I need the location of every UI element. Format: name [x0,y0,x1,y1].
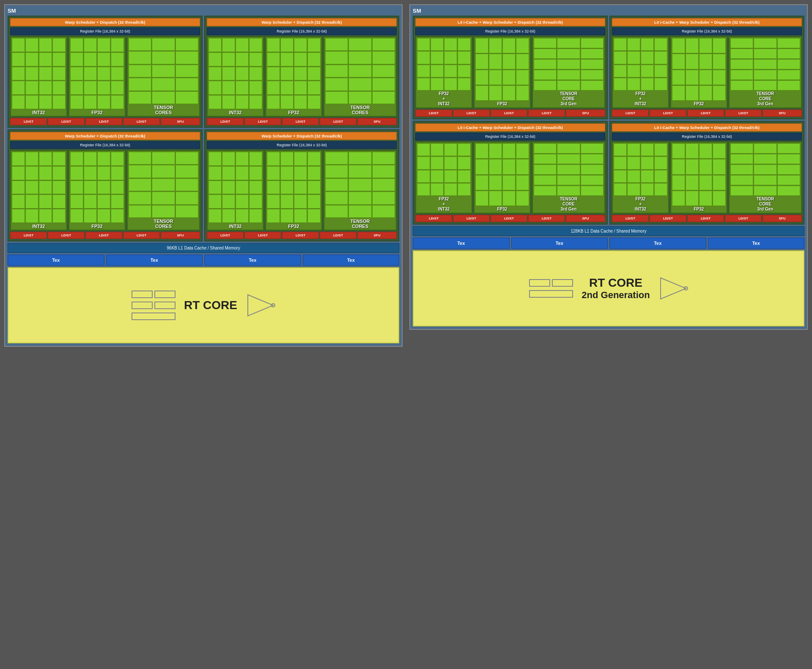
fp32-r-br: FP32 [670,142,727,214]
cu-cell [294,81,307,95]
cu-cell [70,166,83,180]
cu-cell [557,143,580,154]
cu-cell [84,81,97,95]
cu-cell [294,152,307,166]
ldst-btn: LD/ST [207,118,244,125]
cu-cell [348,165,371,178]
cu-cell [699,54,712,69]
cu-cell [686,54,699,69]
cu-cell [111,95,124,109]
cu-cell [458,78,471,90]
cu-cell [129,65,151,77]
cu-cell [280,52,294,66]
int32-label: INT32 [208,224,262,229]
tex-btn-r-4: Tex [708,238,805,249]
fp32-int32-bl: FP32 + INT32 [415,142,472,214]
cu-cell [70,67,83,81]
cu-cell [754,154,776,164]
cu-cell [267,166,280,180]
ldst-btn: LD/ST [320,232,357,239]
cu-cell [267,81,280,95]
cu-cell [249,52,262,66]
right-sub-unit-bl: L0 i-Cache + Warp Scheduler + Dispatch (… [413,121,608,225]
cu-cell [307,52,321,66]
fp32-r-br-label: FP32 [672,207,726,212]
cu-cell [129,165,151,178]
cu-cell [672,85,685,101]
cu-cell [307,209,321,223]
cu-cell [236,38,249,52]
cu-cell [325,38,348,51]
cu-cell [777,49,800,59]
ldst-row-tr: LD/ST LD/ST LD/ST LD/ST SFU [207,118,397,125]
compute-ampere-tr: FP32 + INT32 FP32 [612,36,802,108]
cu-cell [654,143,667,156]
cu-cell [686,38,699,53]
cu-cell [730,143,753,154]
cu-cell [52,95,66,109]
cu-cell [294,67,307,81]
cu-cell [372,152,395,165]
cu-cell [444,143,457,156]
cu-cell [267,67,280,81]
ldst-btn: LD/ST [687,215,724,222]
cu-cell [97,81,110,95]
ldst-btn: LD/ST [48,118,85,125]
tensor-block-tl: TENSOR CORES [127,36,200,117]
rt-boxes-right [529,279,573,298]
cu-cell [294,38,307,52]
ldst-btn: LD/ST [415,215,452,222]
cu-cell [84,67,97,81]
cu-cell [236,195,249,208]
cu-cell [730,38,753,48]
cu-cell [458,156,471,169]
cu-cell [614,65,627,77]
cu-cell [249,95,262,109]
cu-cell [614,183,627,196]
rt-diagram-left [132,291,176,320]
tex-btn-3: Tex [204,255,301,266]
cu-cell [557,49,580,59]
cu-cell [52,81,66,95]
ldst-row-bl: LD/ST LD/ST LD/ST LD/ST SFU [10,232,200,239]
cu-cell [52,195,66,208]
fp32-int32-tr-label: FP32 + INT32 [614,91,667,107]
cu-cell [730,70,753,80]
cu-cell [686,191,699,206]
cu-cell [129,192,151,204]
cu-cell [325,152,348,165]
cu-cell [534,38,557,48]
reg-file-r-br: Register File (16,384 x 32-bit) [612,133,802,140]
right-sub-unit-tr: L0 i-Cache + Warp Scheduler + Dispatch (… [609,16,804,119]
cu-cell [372,38,395,51]
compute-ampere-br: FP32 + INT32 FP32 [612,142,802,214]
cu-cell [111,52,124,66]
warp-sched-tl: Warp Scheduler + Dispatch (32 thread/clk… [10,18,200,26]
cu-cell [12,52,25,66]
cu-cell [222,52,235,66]
cu-cell [489,70,502,85]
cu-cell [152,192,175,204]
cu-cell [39,166,52,180]
cu-cell [12,95,25,109]
cu-cell [97,195,110,208]
rt-diagram-right [529,279,573,298]
warp-sched-tr: Warp Scheduler + Dispatch (32 thread/clk… [207,18,397,26]
cu-cell [208,52,222,66]
cu-cell [489,191,502,206]
cu-cell [502,143,516,159]
fp32-label: FP32 [267,224,321,229]
cu-cell [39,152,52,166]
warp-sched-r-br: L0 i-Cache + Warp Scheduler + Dispatch (… [612,123,802,132]
cu-cell [627,170,640,183]
cu-cell [348,78,371,90]
int32-label: INT32 [12,110,66,115]
cu-cell [534,165,557,175]
ldst-btn: LD/ST [491,110,527,117]
cu-cell [475,85,488,101]
reg-file-bl: Register File (16,384 x 32-bit) [10,141,200,149]
cu-cell [672,143,685,159]
left-sub-unit-bl: Warp Scheduler + Dispatch (32 thread/clk… [8,129,203,241]
cu-cell [129,178,151,191]
cu-cell [325,91,348,104]
